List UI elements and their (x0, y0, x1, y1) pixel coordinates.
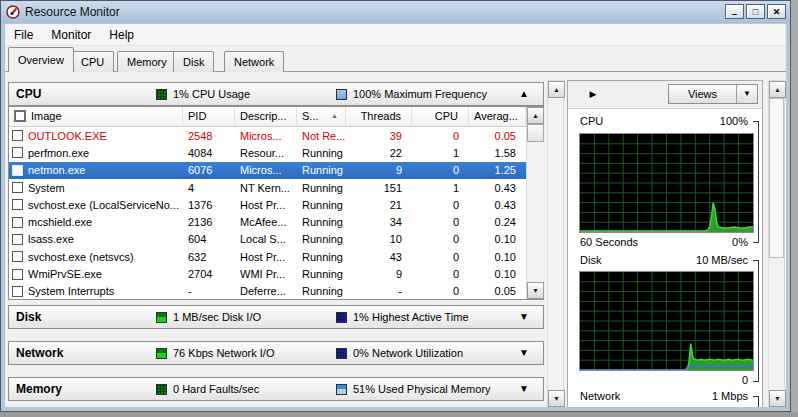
table-row[interactable]: System Interrupts - Deferre... Running -… (9, 283, 526, 299)
tab-overview[interactable]: Overview (8, 47, 74, 72)
views-button[interactable]: Views ▼ (668, 84, 758, 104)
close-icon: ✕ (768, 6, 785, 18)
disk-section-header[interactable]: Disk 1 MB/sec Disk I/O 1% Highest Active… (8, 305, 544, 329)
cpu-graph-scale: 100% (720, 115, 748, 127)
tab-disk[interactable]: Disk (173, 51, 214, 72)
screen: Resource Monitor – □ ✕ File Monitor Help… (0, 0, 798, 417)
memory-section-header[interactable]: Memory 0 Hard Faults/sec 51% Used Physic… (8, 377, 544, 401)
titlebar[interactable]: Resource Monitor – □ ✕ (1, 1, 790, 23)
cpu-collapse-icon[interactable]: ▲ (519, 88, 529, 99)
network-graph-scale: 1 Mbps (712, 390, 748, 402)
row-checkbox[interactable] (12, 251, 23, 262)
overview-scroll-track[interactable] (548, 98, 563, 390)
disk-graph-labels: Disk 10 MB/sec (580, 254, 740, 268)
maximize-button[interactable]: □ (746, 4, 765, 19)
table-row[interactable]: OUTLOOK.EXE 2548 Micros... Not Re... 39 … (9, 127, 526, 144)
scroll-up-icon[interactable]: ▲ (769, 81, 786, 98)
window-title: Resource Monitor (25, 5, 120, 19)
table-scroll-thumb[interactable] (527, 124, 544, 142)
maximize-icon: □ (747, 6, 764, 18)
cpu-section-header[interactable]: CPU 1% CPU Usage 100% Maximum Frequency … (8, 82, 544, 106)
menu-help[interactable]: Help (100, 26, 143, 44)
process-description: Deferre... (235, 285, 297, 297)
cpu-graph-timespan: 60 Seconds (580, 236, 638, 248)
row-checkbox[interactable] (12, 269, 23, 280)
table-row[interactable]: svchost.exe (netsvcs) 632 Host Pr... Run… (9, 248, 526, 265)
graphs-scrollbar[interactable]: ▲ ▼ (768, 80, 785, 407)
row-checkbox[interactable] (12, 182, 23, 193)
table-scrollbar[interactable]: ▲ ▼ (526, 107, 544, 299)
process-average-cpu: 0.43 (469, 199, 526, 211)
views-label[interactable]: Views (669, 85, 736, 103)
column-status[interactable]: S...▲ (297, 107, 346, 126)
row-checkbox[interactable] (12, 130, 23, 141)
row-checkbox[interactable] (12, 165, 23, 176)
menu-monitor[interactable]: Monitor (42, 26, 100, 44)
process-pid: 604 (183, 233, 235, 245)
minimize-button[interactable]: – (725, 4, 744, 19)
process-description: Resour... (235, 147, 297, 159)
process-image: OUTLOOK.EXE (28, 130, 107, 142)
process-description: NT Kern... (235, 182, 297, 194)
graphs-scroll-thumb[interactable] (769, 98, 784, 258)
cpu-usage-swatch-icon (156, 89, 167, 100)
disk-graph-footer: 0 (580, 374, 740, 388)
process-cpu: 1 (412, 182, 469, 194)
menu-file[interactable]: File (5, 26, 42, 44)
table-row[interactable]: mcshield.exe 2136 McAfee... Running 34 0… (9, 213, 526, 230)
select-all-checkbox[interactable] (14, 110, 26, 122)
memory-faults-legend: 0 Hard Faults/sec (156, 383, 259, 395)
tab-memory[interactable]: Memory (117, 51, 177, 72)
table-row[interactable]: WmiPrvSE.exe 2704 WMI Pr... Running 9 0 … (9, 265, 526, 282)
memory-expand-icon[interactable]: ▼ (519, 383, 529, 394)
column-image[interactable]: Image (9, 107, 183, 126)
column-threads[interactable]: Threads (346, 107, 412, 126)
tab-network[interactable]: Network (224, 51, 284, 72)
table-scroll-track[interactable] (527, 142, 544, 282)
process-average-cpu: 1.58 (469, 147, 526, 159)
table-row[interactable]: System 4 NT Kern... Running 151 1 0.43 (9, 179, 526, 196)
process-cpu: 0 (412, 164, 469, 176)
scroll-up-icon[interactable]: ▲ (527, 107, 544, 124)
scroll-down-icon[interactable]: ▼ (548, 390, 565, 407)
row-checkbox[interactable] (12, 234, 23, 245)
process-cpu: 0 (412, 216, 469, 228)
memory-section-title: Memory (16, 382, 62, 396)
scroll-down-icon[interactable]: ▼ (769, 390, 786, 407)
column-cpu[interactable]: CPU (412, 107, 469, 126)
network-expand-icon[interactable]: ▼ (519, 347, 529, 358)
scroll-down-icon[interactable]: ▼ (527, 282, 544, 299)
panel-collapse-icon[interactable]: ▶ (582, 84, 604, 104)
table-row[interactable]: netmon.exe 6076 Micros... Running 9 0 1.… (9, 162, 526, 179)
column-pid[interactable]: PID (183, 107, 235, 126)
used-memory-swatch-icon (336, 384, 347, 395)
process-status: Not Re... (297, 130, 346, 142)
row-checkbox[interactable] (12, 217, 23, 228)
views-dropdown-icon[interactable]: ▼ (736, 85, 757, 103)
network-io-legend: 76 Kbps Network I/O (156, 347, 275, 359)
graphs-scroll-track[interactable] (769, 258, 784, 390)
process-threads: 43 (346, 251, 412, 263)
tab-cpu[interactable]: CPU (71, 51, 114, 72)
row-checkbox[interactable] (12, 199, 23, 210)
process-threads: - (346, 285, 412, 297)
disk-graph-title: Disk (580, 254, 601, 266)
network-section-header[interactable]: Network 76 Kbps Network I/O 0% Network U… (8, 341, 544, 365)
table-row[interactable]: svchost.exe (LocalServiceNo... 1376 Host… (9, 196, 526, 213)
process-pid: 2704 (183, 268, 235, 280)
process-status: Running (297, 199, 346, 211)
process-description: Micros... (235, 164, 297, 176)
column-average[interactable]: Averag... (469, 107, 526, 126)
close-button[interactable]: ✕ (767, 4, 786, 19)
column-description[interactable]: Descrip... (235, 107, 297, 126)
table-row[interactable]: perfmon.exe 4084 Resour... Running 22 1 … (9, 144, 526, 161)
disk-expand-icon[interactable]: ▼ (519, 311, 529, 322)
disk-active-swatch-icon (336, 312, 347, 323)
row-checkbox[interactable] (12, 147, 23, 158)
row-checkbox[interactable] (12, 286, 23, 297)
scroll-up-icon[interactable]: ▲ (548, 81, 565, 98)
process-average-cpu: 0.05 (469, 130, 526, 142)
overview-scrollbar[interactable]: ▲ ▼ (547, 80, 564, 407)
process-rows: OUTLOOK.EXE 2548 Micros... Not Re... 39 … (9, 127, 526, 299)
table-row[interactable]: lsass.exe 604 Local S... Running 10 0 0.… (9, 231, 526, 248)
